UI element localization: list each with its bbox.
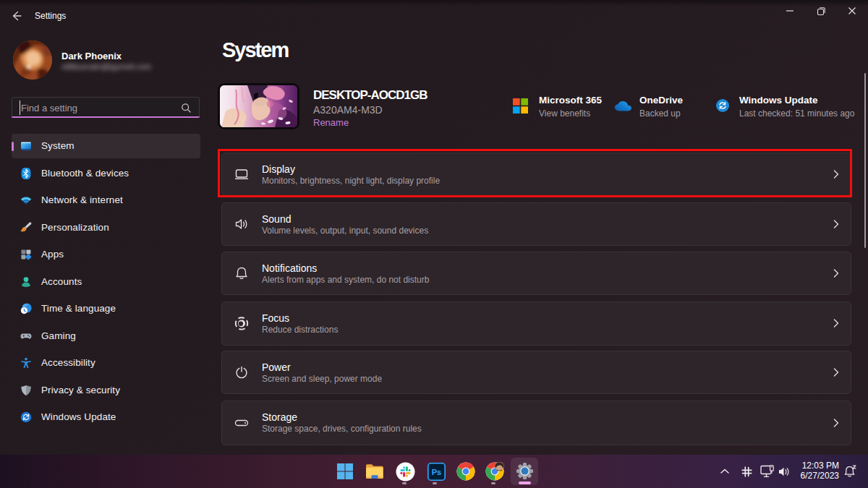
svg-text:Ps: Ps: [431, 468, 441, 476]
